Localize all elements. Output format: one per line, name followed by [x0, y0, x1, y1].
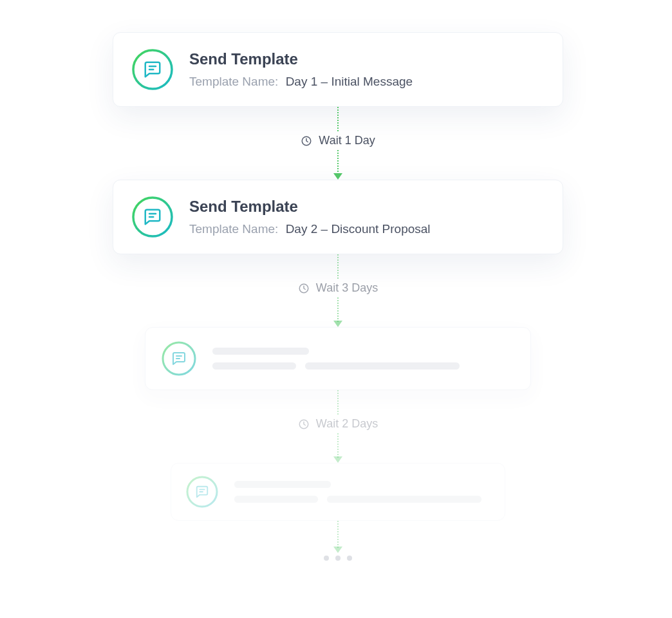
- card-sub-value: Day 1 – Initial Message: [286, 75, 413, 88]
- placeholder-line: [212, 362, 296, 370]
- card-subtitle: Template Name: Day 1 – Initial Message: [189, 75, 545, 89]
- placeholder-line: [212, 348, 309, 355]
- more-steps-indicator: [324, 556, 352, 561]
- step-card-placeholder: [171, 463, 505, 521]
- chat-icon: [131, 48, 174, 91]
- clock-icon: [298, 283, 310, 294]
- wait-text: Wait 3 Days: [316, 281, 378, 295]
- card-subtitle: Template Name: Day 2 – Discount Proposal: [189, 222, 545, 236]
- clock-icon: [301, 135, 312, 147]
- line-icon: [337, 297, 339, 322]
- workflow-diagram: Send Template Template Name: Day 1 – Ini…: [0, 0, 672, 618]
- card-title: Send Template: [189, 50, 545, 68]
- wait-text: Wait 2 Days: [316, 417, 378, 431]
- arrow-down-icon: [333, 321, 342, 327]
- svg-point-4: [133, 198, 172, 236]
- dot-icon: [324, 556, 329, 561]
- chat-icon: [185, 475, 219, 509]
- line-icon: [337, 150, 339, 174]
- placeholder-line: [234, 496, 318, 503]
- svg-point-0: [133, 50, 172, 89]
- placeholder-row: [234, 496, 490, 503]
- card-sub-value: Day 2 – Discount Proposal: [286, 222, 431, 236]
- card-sub-label: Template Name:: [189, 222, 278, 236]
- wait-text: Wait 1 Day: [319, 134, 375, 147]
- card-body: [234, 481, 490, 503]
- placeholder-line: [327, 496, 481, 503]
- flow-column: Send Template Template Name: Day 1 – Ini…: [113, 32, 563, 561]
- line-icon: [337, 433, 339, 458]
- line-icon: [337, 107, 339, 131]
- clock-icon: [298, 418, 310, 430]
- line-icon: [337, 390, 339, 415]
- dot-icon: [347, 556, 352, 561]
- chat-icon: [131, 196, 174, 238]
- wait-label-3: Wait 2 Days: [298, 415, 378, 433]
- connector-1: Wait 1 Day: [301, 107, 375, 180]
- chat-icon: [161, 341, 197, 377]
- placeholder-line: [234, 481, 331, 488]
- step-card-1[interactable]: Send Template Template Name: Day 1 – Ini…: [113, 32, 563, 107]
- arrow-down-icon: [333, 173, 342, 180]
- svg-point-8: [163, 342, 195, 375]
- wait-label-1: Wait 1 Day: [301, 131, 375, 150]
- card-body: Send Template Template Name: Day 1 – Ini…: [189, 50, 545, 89]
- wait-label-2: Wait 3 Days: [298, 279, 378, 297]
- card-body: [212, 348, 515, 370]
- card-sub-label: Template Name:: [189, 75, 278, 88]
- line-icon: [337, 521, 339, 548]
- card-body: Send Template Template Name: Day 2 – Dis…: [189, 198, 545, 236]
- step-card-2[interactable]: Send Template Template Name: Day 2 – Dis…: [113, 180, 563, 254]
- connector-2: Wait 3 Days: [298, 254, 378, 327]
- placeholder-row: [212, 362, 515, 370]
- card-title: Send Template: [189, 198, 545, 216]
- svg-point-12: [187, 477, 217, 507]
- arrow-down-icon: [333, 547, 342, 553]
- connector-end: [333, 521, 342, 553]
- dot-icon: [335, 556, 341, 561]
- connector-3: Wait 2 Days: [298, 390, 378, 463]
- step-card-placeholder: [145, 327, 531, 390]
- arrow-down-icon: [333, 456, 342, 463]
- placeholder-line: [305, 362, 460, 370]
- line-icon: [337, 254, 339, 279]
